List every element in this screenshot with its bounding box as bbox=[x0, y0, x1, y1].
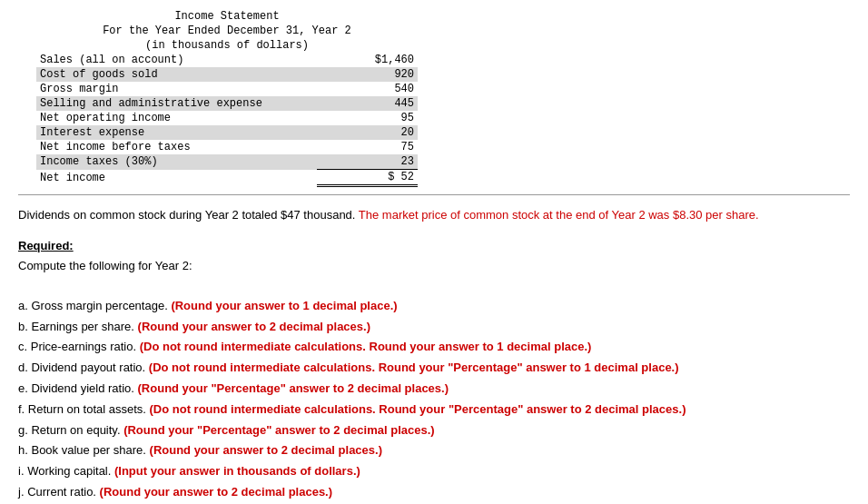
required-item-note: (Round your "Percentage" answer to 2 dec… bbox=[123, 423, 434, 437]
required-item-note: (Round your answer to 1 decimal place.) bbox=[171, 299, 397, 312]
required-section: Required: Compute the following for Year… bbox=[18, 237, 835, 505]
required-item-text: Dividend yield ratio. bbox=[31, 381, 137, 395]
required-item-text: Earnings per share. bbox=[31, 320, 137, 333]
required-item: h. Book value per share. (Round your ans… bbox=[18, 441, 835, 460]
income-row-value: 445 bbox=[317, 96, 418, 111]
income-statement-table: Income Statement For the Year Ended Dece… bbox=[36, 9, 418, 187]
required-label: Required: bbox=[18, 237, 835, 256]
income-row-label: Selling and administrative expense bbox=[36, 96, 317, 111]
required-item: g. Return on equity. (Round your "Percen… bbox=[18, 421, 835, 440]
required-item-letter: i. bbox=[18, 464, 27, 478]
required-item-note: (Round your answer to 2 decimal places.) bbox=[100, 485, 332, 499]
required-item: c. Price-earnings ratio. (Do not round i… bbox=[18, 338, 835, 357]
required-item-letter: d. bbox=[18, 361, 31, 374]
required-item-letter: j. bbox=[18, 485, 27, 499]
income-row-value: 23 bbox=[317, 154, 418, 170]
income-row-label: Net income before taxes bbox=[36, 140, 317, 154]
income-row-label: Net operating income bbox=[36, 111, 317, 125]
required-intro: Compute the following for Year 2: bbox=[18, 257, 835, 276]
income-statement-title3: (in thousands of dollars) bbox=[36, 38, 418, 53]
required-item-letter: g. bbox=[18, 423, 31, 437]
required-item-text: Current ratio. bbox=[27, 485, 99, 499]
income-row-value: $ 52 bbox=[317, 170, 418, 186]
required-item-text: Return on total assets. bbox=[28, 402, 150, 416]
required-item-text: Price-earnings ratio. bbox=[31, 340, 140, 353]
income-row-label: Gross margin bbox=[36, 82, 317, 96]
narrative-text-part1: Dividends on common stock during Year 2 … bbox=[18, 208, 359, 222]
required-item-note: (Round your answer to 2 decimal places.) bbox=[138, 320, 370, 333]
narrative-text-part2: The market price of common stock at the … bbox=[359, 208, 759, 222]
required-item-text: Book value per share. bbox=[31, 443, 149, 457]
income-row-value: 20 bbox=[317, 125, 418, 140]
required-item-letter: c. bbox=[18, 340, 31, 353]
required-item-text: Return on equity. bbox=[31, 423, 123, 437]
required-item: i. Working capital. (Input your answer i… bbox=[18, 462, 835, 481]
income-row-label: Income taxes (30%) bbox=[36, 154, 317, 170]
required-item: e. Dividend yield ratio. (Round your "Pe… bbox=[18, 380, 835, 399]
required-item-note: (Input your answer in thousands of dolla… bbox=[114, 464, 360, 478]
required-items-list: a. Gross margin percentage. (Round your … bbox=[18, 297, 835, 504]
required-item-note: (Round your "Percentage" answer to 2 dec… bbox=[138, 381, 449, 395]
required-item-text: Gross margin percentage. bbox=[31, 299, 171, 312]
income-statement-title2: For the Year Ended December 31, Year 2 bbox=[36, 24, 418, 38]
required-item: f. Return on total assets. (Do not round… bbox=[18, 400, 835, 420]
income-row-label: Sales (all on account) bbox=[36, 53, 317, 67]
income-row-label: Net income bbox=[36, 170, 317, 186]
required-item-note: (Do not round intermediate calculations.… bbox=[149, 361, 679, 374]
required-item: b. Earnings per share. (Round your answe… bbox=[18, 318, 835, 337]
required-item-note: (Do not round intermediate calculations.… bbox=[140, 340, 592, 353]
required-item: d. Dividend payout ratio. (Do not round … bbox=[18, 359, 835, 378]
income-row-value: 95 bbox=[317, 111, 418, 125]
required-item-letter: a. bbox=[18, 299, 31, 312]
income-row-label: Cost of goods sold bbox=[36, 67, 317, 82]
income-row-label: Interest expense bbox=[36, 125, 317, 140]
narrative-section: Dividends on common stock during Year 2 … bbox=[18, 206, 835, 224]
required-item-letter: h. bbox=[18, 443, 31, 457]
required-item-letter: e. bbox=[18, 381, 31, 395]
required-item-text: Dividend payout ratio. bbox=[31, 361, 148, 374]
required-item-note: (Do not round intermediate calculations.… bbox=[150, 402, 686, 416]
required-item-text: Working capital. bbox=[27, 464, 114, 478]
section-divider bbox=[18, 194, 850, 195]
required-item-letter: f. bbox=[18, 402, 28, 416]
required-item: a. Gross margin percentage. (Round your … bbox=[18, 297, 835, 316]
required-item: j. Current ratio. (Round your answer to … bbox=[18, 483, 835, 502]
required-item-note: (Round your answer to 2 decimal places.) bbox=[150, 443, 382, 457]
income-row-value: 75 bbox=[317, 140, 418, 154]
income-row-value: $1,460 bbox=[317, 53, 418, 67]
income-row-value: 920 bbox=[317, 67, 418, 82]
required-item-letter: b. bbox=[18, 320, 31, 333]
income-statement-title1: Income Statement bbox=[36, 9, 418, 24]
income-row-value: 540 bbox=[317, 82, 418, 96]
